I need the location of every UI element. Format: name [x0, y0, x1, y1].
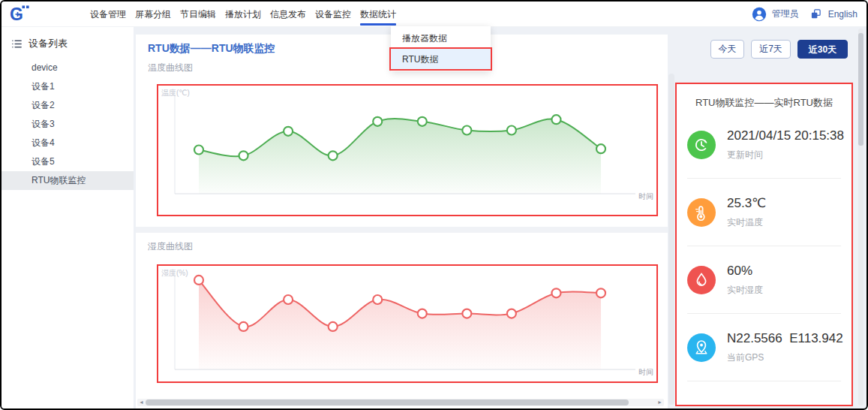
main-nav: 设备管理 屏幕分组 节目编辑 播放计划 信息发布 设备监控 数据统计 — [86, 2, 401, 26]
sidebar-header: 设备列表 — [2, 27, 134, 59]
list-icon — [11, 38, 23, 50]
humidity-value: 60% — [727, 264, 763, 279]
nav-item-program-edit[interactable]: 节目编辑 — [176, 2, 221, 26]
app-window: G 设备管理 屏幕分组 节目编辑 播放计划 信息发布 设备监控 数据统计 管理员 — [0, 0, 868, 410]
section-divider — [136, 227, 668, 233]
humidity-section-label: 湿度曲线图 — [148, 240, 193, 253]
current-user-label[interactable]: 管理员 — [772, 8, 799, 20]
realtime-panel-title: RTU物联监控——实时RTU数据 — [687, 84, 841, 111]
nav-item-data-statistics[interactable]: 数据统计 — [356, 2, 401, 26]
today-button[interactable]: 今天 — [710, 40, 744, 59]
main-content: RTU数据——RTU物联监控 温度曲线图 温度(℃)时间 湿度曲线图 湿度(%)… — [136, 35, 668, 408]
update-time-label: 更新时间 — [727, 149, 844, 161]
horizontal-scrollbar-thumb[interactable] — [146, 399, 629, 405]
svg-text:湿度(%): 湿度(%) — [161, 269, 188, 277]
nav-item-device-manage[interactable]: 设备管理 — [86, 2, 131, 26]
svg-text:时间: 时间 — [638, 368, 653, 376]
top-navbar: G 设备管理 屏幕分组 节目编辑 播放计划 信息发布 设备监控 数据统计 管理员 — [2, 2, 866, 27]
brand-logo-icon[interactable]: G — [9, 5, 33, 24]
gps-row: N22.5566 E113.942 当前GPS — [687, 314, 841, 381]
vertical-scrollbar-middle[interactable] — [668, 74, 674, 405]
vertical-scrollbar-right[interactable] — [858, 29, 863, 405]
sidebar-item-device1[interactable]: 设备1 — [2, 77, 134, 96]
sidebar-item-device4[interactable]: 设备4 — [2, 134, 134, 152]
sidebar-item-device3[interactable]: 设备3 — [2, 115, 134, 134]
gps-value: N22.5566 E113.942 — [727, 331, 843, 346]
device-sidebar: 设备列表 device 设备1 设备2 设备3 设备4 设备5 RTU物联监控 — [2, 27, 134, 408]
svg-text:时间: 时间 — [638, 192, 653, 200]
water-drop-icon — [687, 266, 716, 294]
update-time-value: 2021/04/15 20:15:38 — [727, 128, 844, 143]
sidebar-item-device5[interactable]: 设备5 — [2, 152, 134, 171]
nav-item-device-monitor[interactable]: 设备监控 — [311, 2, 356, 26]
dropdown-item-rtu-data[interactable]: RTU数据 — [391, 49, 491, 70]
last30days-button[interactable]: 近30天 — [797, 40, 848, 59]
humidity-chart[interactable]: 湿度(%)时间 — [157, 264, 658, 383]
temperature-value: 25.3℃ — [727, 195, 766, 211]
temperature-section-label: 温度曲线图 — [148, 62, 193, 74]
page-title: RTU数据——RTU物联监控 — [148, 42, 275, 56]
temperature-chart[interactable]: 温度(℃)时间 — [157, 84, 658, 216]
clock-refresh-icon — [687, 131, 716, 159]
thermometer-icon — [687, 198, 716, 227]
svg-text:温度(℃): 温度(℃) — [161, 89, 190, 97]
map-pin-icon — [687, 333, 716, 362]
gps-label: 当前GPS — [727, 351, 843, 364]
realtime-rtu-panel: RTU物联监控——实时RTU数据 2021/04/15 20:15:38 更新时… — [675, 83, 853, 406]
update-time-row: 2021/04/15 20:15:38 更新时间 — [687, 111, 841, 179]
nav-item-screen-group[interactable]: 屏幕分组 — [131, 2, 176, 26]
scroll-right-arrow-icon[interactable]: ► — [657, 399, 662, 406]
scroll-left-arrow-icon[interactable]: ◄ — [139, 399, 144, 406]
language-switch[interactable]: English — [828, 9, 857, 20]
last7days-button[interactable]: 近7天 — [751, 40, 791, 59]
avatar-icon[interactable] — [752, 7, 767, 22]
temperature-row: 25.3℃ 实时温度 — [687, 179, 841, 246]
data-statistics-dropdown: 播放器数据 RTU数据 — [391, 26, 491, 71]
vertical-scrollbar-thumb[interactable] — [858, 33, 863, 146]
sidebar-title: 设备列表 — [29, 37, 68, 50]
nav-item-info-publish[interactable]: 信息发布 — [266, 2, 311, 26]
temperature-label: 实时温度 — [727, 216, 766, 229]
dropdown-item-player-data[interactable]: 播放器数据 — [391, 28, 491, 49]
humidity-row: 60% 实时湿度 — [687, 246, 841, 314]
sidebar-item-device[interactable]: device — [2, 59, 134, 77]
humidity-label: 实时湿度 — [727, 284, 763, 297]
sidebar-item-rtu-monitor[interactable]: RTU物联监控 — [2, 171, 134, 190]
translate-icon[interactable] — [810, 8, 821, 20]
header-right: 管理员 English — [752, 7, 857, 22]
nav-item-play-plan[interactable]: 播放计划 — [221, 2, 266, 26]
horizontal-scrollbar[interactable]: ◄ ► — [137, 399, 664, 406]
sidebar-item-device2[interactable]: 设备2 — [2, 96, 134, 115]
